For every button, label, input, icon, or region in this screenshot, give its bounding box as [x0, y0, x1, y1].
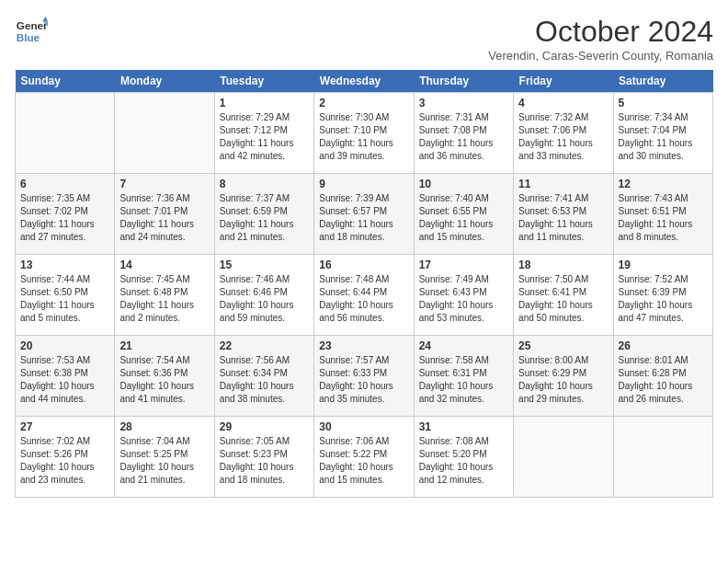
calendar-cell: 6Sunrise: 7:35 AM Sunset: 7:02 PM Daylig…: [16, 174, 115, 255]
day-number: 28: [119, 420, 209, 433]
day-info: Sunrise: 7:56 AM Sunset: 6:34 PM Dayligh…: [220, 354, 309, 406]
day-number: 12: [619, 178, 708, 190]
day-info: Sunrise: 7:53 AM Sunset: 6:38 PM Dayligh…: [20, 354, 109, 406]
calendar-cell: 21Sunrise: 7:54 AM Sunset: 6:36 PM Dayli…: [115, 336, 214, 417]
weekday-header: Sunday: [16, 70, 115, 93]
weekday-header: Tuesday: [214, 70, 313, 93]
calendar-cell: [115, 93, 214, 174]
weekday-header: Monday: [115, 70, 214, 93]
calendar-cell: 11Sunrise: 7:41 AM Sunset: 6:53 PM Dayli…: [514, 174, 613, 255]
calendar-cell: [16, 93, 115, 174]
calendar-week-row: 27Sunrise: 7:02 AM Sunset: 5:26 PM Dayli…: [16, 417, 713, 498]
calendar-week-row: 13Sunrise: 7:44 AM Sunset: 6:50 PM Dayli…: [16, 255, 713, 336]
day-info: Sunrise: 7:08 AM Sunset: 5:20 PM Dayligh…: [419, 435, 508, 487]
calendar-cell: 26Sunrise: 8:01 AM Sunset: 6:28 PM Dayli…: [613, 336, 712, 417]
day-number: 11: [518, 178, 608, 190]
day-info: Sunrise: 7:29 AM Sunset: 7:12 PM Dayligh…: [220, 111, 309, 163]
day-number: 7: [119, 178, 209, 190]
day-info: Sunrise: 7:34 AM Sunset: 7:04 PM Dayligh…: [619, 111, 708, 163]
day-number: 15: [220, 259, 309, 271]
day-info: Sunrise: 8:00 AM Sunset: 6:29 PM Dayligh…: [518, 354, 608, 406]
calendar-cell: 22Sunrise: 7:56 AM Sunset: 6:34 PM Dayli…: [214, 336, 313, 417]
day-info: Sunrise: 7:31 AM Sunset: 7:08 PM Dayligh…: [419, 111, 508, 163]
day-info: Sunrise: 7:02 AM Sunset: 5:26 PM Dayligh…: [20, 435, 109, 487]
day-info: Sunrise: 7:54 AM Sunset: 6:36 PM Dayligh…: [119, 354, 209, 406]
day-number: 10: [419, 178, 508, 190]
day-info: Sunrise: 7:36 AM Sunset: 7:01 PM Dayligh…: [119, 192, 209, 244]
day-info: Sunrise: 7:30 AM Sunset: 7:10 PM Dayligh…: [319, 111, 408, 163]
day-number: 13: [20, 259, 109, 271]
day-number: 3: [419, 97, 508, 109]
day-number: 5: [619, 97, 708, 109]
calendar-cell: 7Sunrise: 7:36 AM Sunset: 7:01 PM Daylig…: [115, 174, 214, 255]
weekday-header-row: SundayMondayTuesdayWednesdayThursdayFrid…: [16, 70, 713, 93]
day-info: Sunrise: 7:06 AM Sunset: 5:22 PM Dayligh…: [319, 435, 408, 487]
svg-text:Blue: Blue: [17, 31, 40, 43]
day-number: 26: [619, 339, 708, 352]
day-info: Sunrise: 7:37 AM Sunset: 6:59 PM Dayligh…: [220, 192, 309, 244]
day-info: Sunrise: 7:35 AM Sunset: 7:02 PM Dayligh…: [20, 192, 109, 244]
calendar-cell: 14Sunrise: 7:45 AM Sunset: 6:48 PM Dayli…: [115, 255, 214, 336]
day-number: 30: [319, 420, 408, 433]
location-subtitle: Verendin, Caras-Severin County, Romania: [488, 49, 713, 63]
day-number: 6: [20, 178, 109, 190]
day-number: 17: [419, 259, 508, 271]
day-info: Sunrise: 7:04 AM Sunset: 5:25 PM Dayligh…: [119, 435, 209, 487]
logo: General Blue: [15, 15, 48, 48]
day-number: 25: [518, 339, 608, 352]
calendar-cell: 28Sunrise: 7:04 AM Sunset: 5:25 PM Dayli…: [115, 417, 214, 498]
day-number: 22: [220, 339, 309, 352]
day-number: 4: [518, 97, 608, 109]
day-number: 24: [419, 339, 508, 352]
day-number: 21: [119, 339, 209, 352]
calendar-cell: 16Sunrise: 7:48 AM Sunset: 6:44 PM Dayli…: [314, 255, 414, 336]
calendar-cell: 2Sunrise: 7:30 AM Sunset: 7:10 PM Daylig…: [314, 93, 414, 174]
day-info: Sunrise: 7:43 AM Sunset: 6:51 PM Dayligh…: [619, 192, 708, 244]
calendar-cell: [514, 417, 613, 498]
day-number: 23: [319, 339, 408, 352]
day-info: Sunrise: 7:46 AM Sunset: 6:46 PM Dayligh…: [220, 273, 309, 325]
calendar-week-row: 20Sunrise: 7:53 AM Sunset: 6:38 PM Dayli…: [16, 336, 713, 417]
calendar-table: SundayMondayTuesdayWednesdayThursdayFrid…: [15, 70, 713, 498]
weekday-header: Wednesday: [314, 70, 414, 93]
day-number: 14: [119, 259, 209, 271]
calendar-cell: 25Sunrise: 8:00 AM Sunset: 6:29 PM Dayli…: [514, 336, 613, 417]
weekday-header: Thursday: [414, 70, 513, 93]
day-number: 9: [319, 178, 408, 190]
calendar-week-row: 1Sunrise: 7:29 AM Sunset: 7:12 PM Daylig…: [16, 93, 713, 174]
day-info: Sunrise: 7:58 AM Sunset: 6:31 PM Dayligh…: [419, 354, 508, 406]
calendar-cell: 17Sunrise: 7:49 AM Sunset: 6:43 PM Dayli…: [414, 255, 513, 336]
day-info: Sunrise: 7:45 AM Sunset: 6:48 PM Dayligh…: [119, 273, 209, 325]
calendar-cell: 9Sunrise: 7:39 AM Sunset: 6:57 PM Daylig…: [314, 174, 414, 255]
day-info: Sunrise: 7:49 AM Sunset: 6:43 PM Dayligh…: [419, 273, 508, 325]
day-info: Sunrise: 8:01 AM Sunset: 6:28 PM Dayligh…: [619, 354, 708, 406]
calendar-cell: 5Sunrise: 7:34 AM Sunset: 7:04 PM Daylig…: [613, 93, 712, 174]
title-block: October 2024 Verendin, Caras-Severin Cou…: [488, 15, 713, 63]
day-number: 1: [220, 97, 309, 109]
calendar-cell: 3Sunrise: 7:31 AM Sunset: 7:08 PM Daylig…: [414, 93, 513, 174]
weekday-header: Saturday: [613, 70, 712, 93]
calendar-cell: 15Sunrise: 7:46 AM Sunset: 6:46 PM Dayli…: [214, 255, 313, 336]
calendar-cell: 18Sunrise: 7:50 AM Sunset: 6:41 PM Dayli…: [514, 255, 613, 336]
calendar-cell: 8Sunrise: 7:37 AM Sunset: 6:59 PM Daylig…: [214, 174, 313, 255]
day-info: Sunrise: 7:57 AM Sunset: 6:33 PM Dayligh…: [319, 354, 408, 406]
calendar-cell: 20Sunrise: 7:53 AM Sunset: 6:38 PM Dayli…: [16, 336, 115, 417]
calendar-cell: [613, 417, 712, 498]
day-number: 16: [319, 259, 408, 271]
day-number: 19: [619, 259, 708, 271]
calendar-cell: 10Sunrise: 7:40 AM Sunset: 6:55 PM Dayli…: [414, 174, 513, 255]
day-info: Sunrise: 7:41 AM Sunset: 6:53 PM Dayligh…: [518, 192, 608, 244]
day-number: 27: [20, 420, 109, 433]
calendar-week-row: 6Sunrise: 7:35 AM Sunset: 7:02 PM Daylig…: [16, 174, 713, 255]
calendar-cell: 13Sunrise: 7:44 AM Sunset: 6:50 PM Dayli…: [16, 255, 115, 336]
day-number: 8: [220, 178, 309, 190]
day-info: Sunrise: 7:05 AM Sunset: 5:23 PM Dayligh…: [220, 435, 309, 487]
day-number: 18: [518, 259, 608, 271]
day-number: 20: [20, 339, 109, 352]
day-info: Sunrise: 7:32 AM Sunset: 7:06 PM Dayligh…: [518, 111, 608, 163]
day-info: Sunrise: 7:40 AM Sunset: 6:55 PM Dayligh…: [419, 192, 508, 244]
calendar-cell: 24Sunrise: 7:58 AM Sunset: 6:31 PM Dayli…: [414, 336, 513, 417]
logo-icon: General Blue: [15, 15, 48, 48]
month-title: October 2024: [488, 15, 713, 49]
calendar-cell: 12Sunrise: 7:43 AM Sunset: 6:51 PM Dayli…: [613, 174, 712, 255]
